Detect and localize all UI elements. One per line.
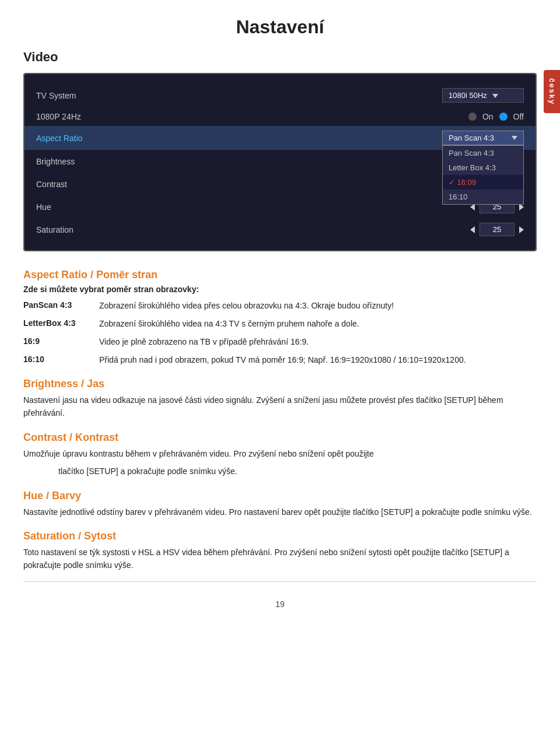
aspect-ratio-heading: Aspect Ratio / Poměr stran	[23, 269, 537, 281]
hue-section: Hue / Barvy Nastavíte jednotlivé odstíny…	[23, 490, 537, 518]
tv-row-saturation: Saturation 25	[24, 218, 536, 241]
tv-menu: TV System 1080i 50Hz 1080P 24Hz On Off A…	[24, 74, 536, 250]
aspect-ratio-subheading: Zde si můžete vybrat poměr stran obrazov…	[23, 285, 537, 294]
saturation-left-arrow-icon[interactable]	[470, 226, 475, 233]
aspect-option-1610[interactable]: 16:10	[443, 190, 523, 204]
radio-on-icon	[468, 113, 477, 121]
aspect-option-letterbox[interactable]: Letter Box 4:3	[443, 160, 523, 175]
1080p-value: On Off	[153, 112, 524, 121]
panscan-term: PanScan 4:3	[23, 300, 99, 312]
aspect-ratio-list: Pan Scan 4:3 Letter Box 4:3 ✓ 16:09 16:1…	[442, 145, 524, 205]
on-off-toggle[interactable]: On Off	[468, 112, 524, 121]
contrast-section: Contrast / Kontrast Umožňuje úpravu kont…	[23, 432, 537, 478]
panscan-desc: Zobrazení širokúhlého videa přes celou o…	[99, 300, 537, 312]
saturation-label: Saturation	[36, 225, 153, 234]
contrast-heading: Contrast / Kontrast	[23, 432, 537, 444]
brightness-heading: Brightness / Jas	[23, 378, 537, 390]
hue-text: Nastavíte jednotlivé odstíny barev v pře…	[23, 506, 537, 518]
dropdown-arrow-icon	[492, 94, 498, 98]
table-row-panscan: PanScan 4:3 Zobrazení širokúhlého videa …	[23, 300, 537, 312]
hue-heading: Hue / Barvy	[23, 490, 537, 502]
saturation-section: Saturation / Sytost Toto nastavení se tý…	[23, 530, 537, 572]
aspect-ratio-dropdown[interactable]: Pan Scan 4:3 Pan Scan 4:3 Letter Box 4:3…	[442, 131, 524, 145]
aspect-ratio-section: Aspect Ratio / Poměr stran Zde si můžete…	[23, 269, 537, 366]
169-desc: Video je plně zobrazeno na TB v případě …	[99, 336, 537, 348]
table-row-1610: 16:10 Přidá pruh nad i pod obrazem, poku…	[23, 354, 537, 366]
brightness-text: Nastavení jasu na videu odkazuje na jaso…	[23, 394, 537, 420]
saturation-heading: Saturation / Sytost	[23, 530, 537, 542]
tv-system-label: TV System	[36, 91, 153, 100]
saturation-value-box: 25	[480, 223, 514, 236]
page-title: Nastavení	[0, 0, 560, 50]
on-label[interactable]: On	[482, 112, 494, 121]
tv-row-1080p: 1080P 24Hz On Off	[24, 107, 536, 126]
aspect-dropdown-arrow-icon	[512, 136, 517, 140]
letterbox-term: LetterBox 4:3	[23, 318, 99, 330]
1080p-label: 1080P 24Hz	[36, 112, 153, 121]
brightness-label: Brightness	[36, 157, 153, 166]
table-row-letterbox: LetterBox 4:3 Zobrazení širokúhlého vide…	[23, 318, 537, 330]
video-section-label: Video	[0, 50, 560, 65]
page-divider	[23, 581, 537, 582]
1610-desc: Přidá pruh nad i pod obrazem, pokud TV m…	[99, 354, 537, 366]
radio-off-icon	[499, 113, 508, 121]
contrast-label: Contrast	[36, 180, 153, 189]
letterbox-desc: Zobrazení širokúhlého videa na 4:3 TV s …	[99, 318, 537, 330]
page-number: 19	[0, 588, 560, 615]
aspect-option-1609[interactable]: ✓ 16:09	[443, 175, 523, 190]
169-term: 16:9	[23, 336, 99, 348]
aspect-ratio-label: Aspect Ratio	[36, 134, 153, 143]
tv-system-dropdown[interactable]: 1080i 50Hz	[442, 88, 524, 103]
aspect-option-panscan[interactable]: Pan Scan 4:3	[443, 146, 523, 160]
main-content: Aspect Ratio / Poměr stran Zde si můžete…	[0, 269, 560, 572]
tv-system-value[interactable]: 1080i 50Hz	[153, 88, 524, 103]
table-row-169: 16:9 Video je plně zobrazeno na TB v pří…	[23, 336, 537, 348]
1610-term: 16:10	[23, 354, 99, 366]
tv-row-aspect-ratio[interactable]: Aspect Ratio Pan Scan 4:3 Pan Scan 4:3 L…	[24, 126, 536, 150]
aspect-ratio-value[interactable]: Pan Scan 4:3 Pan Scan 4:3 Letter Box 4:3…	[153, 131, 524, 145]
hue-label: Hue	[36, 202, 153, 212]
saturation-right-arrow-icon[interactable]	[519, 226, 524, 233]
brightness-section: Brightness / Jas Nastavení jasu na videu…	[23, 378, 537, 420]
saturation-text: Toto nastavení se týk systosti v HSL a H…	[23, 546, 537, 572]
tv-row-tv-system: TV System 1080i 50Hz	[24, 83, 536, 107]
side-tab: česky	[544, 70, 560, 113]
contrast-text1: Umožňuje úpravu kontrastu během v přehrá…	[23, 447, 537, 460]
saturation-value[interactable]: 25	[153, 223, 524, 236]
contrast-text2: tlačítko [SETUP] a pokračujte podle sním…	[23, 465, 537, 478]
tv-screenshot: TV System 1080i 50Hz 1080P 24Hz On Off A…	[23, 73, 537, 251]
off-label[interactable]: Off	[513, 112, 524, 121]
aspect-ratio-selected[interactable]: Pan Scan 4:3	[442, 131, 524, 145]
